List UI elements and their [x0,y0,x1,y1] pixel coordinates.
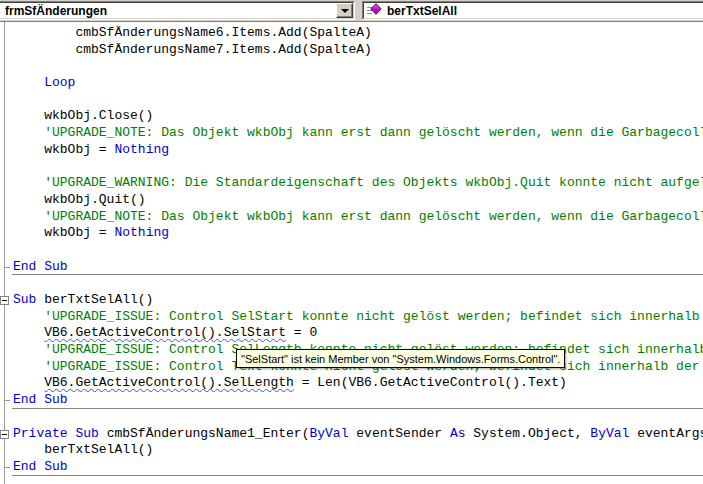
code-line[interactable]: Private Sub cmbSfÄnderungsName1_Enter(By… [0,426,703,443]
fold-margin [0,259,13,276]
fold-margin [0,426,13,443]
code-line-text: VB6.GetActiveControl().SelStart = 0 [13,325,703,342]
code-line[interactable]: 'UPGRADE_NOTE: Das Objekt wkbObj kann er… [0,209,703,226]
code-line-text [13,58,703,75]
code-line[interactable]: Sub berTxtSelAll() [0,292,703,309]
object-combobox[interactable]: frmSfÄnderungen [0,1,355,20]
procedure-navigation-bar: frmSfÄnderungen berTxtSelAll [0,0,703,21]
code-line[interactable]: End Sub [0,459,703,476]
code-line-text: berTxtSelAll() [13,442,703,459]
dropdown-arrow-button[interactable] [336,3,353,18]
code-line-text: cmbSfÄnderungsName6.Items.Add(SpalteA) [13,25,703,42]
procedure-combobox[interactable]: berTxtSelAll [362,1,703,20]
fold-margin [0,175,13,192]
code-line[interactable]: berTxtSelAll() [0,442,703,459]
code-line[interactable] [0,242,703,259]
code-line[interactable]: End Sub [0,259,703,276]
code-line[interactable]: 'UPGRADE_NOTE: Das Objekt wkbObj kann er… [0,125,703,142]
code-line[interactable]: Loop [0,75,703,92]
chevron-down-icon [341,9,349,13]
code-line[interactable]: VB6.GetActiveControl().SelStart = 0 [0,325,703,342]
fold-margin [0,409,13,426]
fold-end-tick [5,267,10,268]
fold-margin [0,459,13,476]
fold-margin [0,275,13,292]
object-combobox-value: frmSfÄnderungen [3,4,107,18]
code-line-text: 'UPGRADE_ISSUE: Control SelStart konnte … [13,309,703,326]
fold-margin [0,325,13,342]
code-line-text: cmbSfÄnderungsName7.Items.Add(SpalteA) [13,42,703,59]
code-line-text: End Sub [13,459,703,476]
code-line[interactable]: wkbObj.Quit() [0,192,703,209]
code-line[interactable]: 'UPGRADE_WARNING: Die Standardeigenschaf… [0,175,703,192]
fold-margin [0,108,13,125]
fold-margin [0,309,13,326]
fold-margin [0,125,13,142]
method-icon [367,4,382,17]
fold-margin [0,242,13,259]
code-line-text: VB6.GetActiveControl().SelLength = Len(V… [13,375,703,392]
fold-margin [0,342,13,359]
code-line-text [13,242,703,259]
fold-margin [0,25,13,42]
code-line[interactable]: cmbSfÄnderungsName7.Items.Add(SpalteA) [0,42,703,59]
fold-collapse-icon[interactable] [0,296,9,305]
code-line-text: wkbObj.Quit() [13,192,703,209]
code-line-text: Sub berTxtSelAll() [13,292,703,309]
code-line[interactable]: 'UPGRADE_ISSUE: Control SelStart konnte … [0,309,703,326]
code-line-text: 'UPGRADE_NOTE: Das Objekt wkbObj kann er… [13,125,703,142]
code-line-text: 'UPGRADE_NOTE: Das Objekt wkbObj kann er… [13,209,703,226]
code-line[interactable] [0,275,703,292]
fold-margin [0,442,13,459]
fold-margin [0,58,13,75]
procedure-separator [12,475,703,476]
code-line-text: 'UPGRADE_WARNING: Die Standardeigenschaf… [13,175,703,192]
code-line-text: wkbObj = Nothing [13,142,703,159]
code-line-text: End Sub [13,392,703,409]
code-line[interactable]: cmbSfÄnderungsName6.Items.Add(SpalteA) [0,25,703,42]
code-line[interactable] [0,159,703,176]
code-lines: cmbSfÄnderungsName6.Items.Add(SpalteA)cm… [0,25,703,476]
fold-margin [0,292,13,309]
code-line[interactable]: wkbObj = Nothing [0,142,703,159]
code-line[interactable] [0,409,703,426]
fold-margin [0,75,13,92]
code-line-text [13,159,703,176]
fold-end-tick [5,467,10,468]
fold-margin [0,192,13,209]
fold-margin [0,159,13,176]
code-line[interactable] [0,58,703,75]
code-line-text [13,409,703,426]
code-line-text [13,275,703,292]
code-line[interactable]: End Sub [0,392,703,409]
fold-margin [0,142,13,159]
fold-margin [0,225,13,242]
code-editor[interactable]: cmbSfÄnderungsName6.Items.Add(SpalteA)cm… [0,21,703,484]
code-line-text: End Sub [13,259,703,276]
procedure-combobox-value: berTxtSelAll [385,4,457,18]
fold-end-tick [5,400,10,401]
code-line[interactable]: VB6.GetActiveControl().SelLength = Len(V… [0,375,703,392]
fold-margin [0,375,13,392]
fold-margin [0,359,13,376]
code-line-text: Loop [13,75,703,92]
code-line[interactable]: wkbObj.Close() [0,108,703,125]
code-line-text: wkbObj = Nothing [13,225,703,242]
fold-margin [0,392,13,409]
fold-margin [0,92,13,109]
code-line[interactable] [0,92,703,109]
fold-margin [0,209,13,226]
code-line-text: Private Sub cmbSfÄnderungsName1_Enter(By… [13,426,703,443]
code-line-text [13,92,703,109]
error-tooltip: "SelStart" ist kein Member von "System.W… [236,349,565,368]
fold-margin [0,42,13,59]
fold-collapse-icon[interactable] [0,430,9,439]
code-line-text: wkbObj.Close() [13,108,703,125]
code-line[interactable]: wkbObj = Nothing [0,225,703,242]
